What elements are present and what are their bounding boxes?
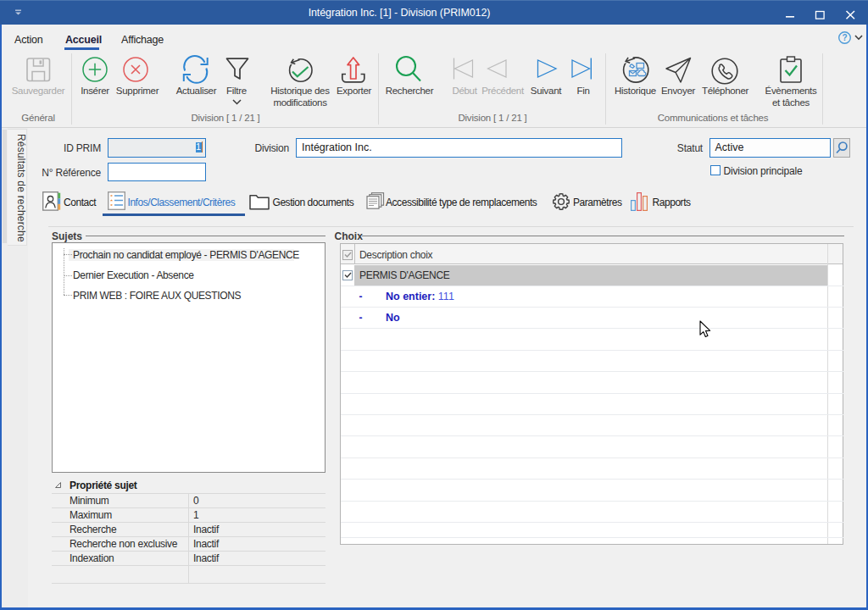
svg-text:?: ? (842, 33, 847, 42)
